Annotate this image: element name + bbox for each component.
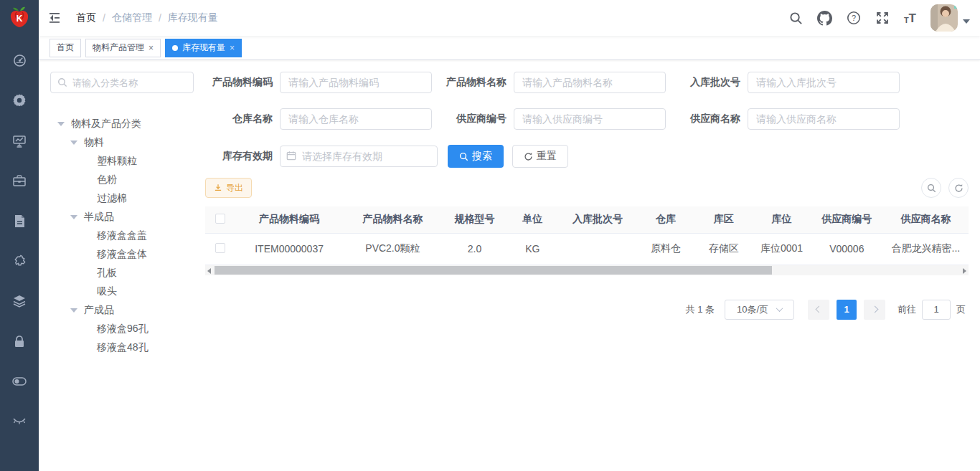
- breadcrumb-current: 库存现有量: [168, 11, 218, 24]
- search-icon: [57, 77, 67, 87]
- avatar[interactable]: [930, 4, 958, 32]
- chevron-left-icon: [815, 306, 822, 313]
- page-size-value: 10条/页: [737, 303, 768, 316]
- tree-node[interactable]: 吸头: [50, 282, 194, 301]
- breadcrumb-home[interactable]: 首页: [76, 11, 96, 24]
- scroll-right-icon[interactable]: [963, 268, 966, 274]
- cell-warehouse: 原料仓: [637, 233, 695, 265]
- app-logo[interactable]: K: [0, 0, 39, 36]
- tab-home[interactable]: 首页: [50, 39, 81, 57]
- next-page-button[interactable]: [864, 300, 885, 320]
- item-name-input[interactable]: [514, 72, 666, 93]
- field-label: 入库批次号: [673, 76, 748, 89]
- tab-label: 物料产品管理: [93, 42, 144, 54]
- category-search-box: [50, 72, 194, 93]
- warehouse-name-input[interactable]: [280, 108, 432, 130]
- github-icon[interactable]: [817, 11, 832, 26]
- tab-label: 首页: [57, 42, 74, 54]
- select-all-checkbox[interactable]: [215, 214, 225, 224]
- supplier-name-input[interactable]: [748, 108, 900, 130]
- field-label: 产品物料名称: [439, 76, 514, 89]
- fullscreen-icon[interactable]: [875, 11, 890, 25]
- supplier-code-input[interactable]: [514, 108, 666, 130]
- tags-view-bar: 首页 物料产品管理 × 库存现有量 ×: [39, 36, 980, 60]
- scrollbar-thumb[interactable]: [215, 266, 772, 275]
- caret-down-icon[interactable]: [57, 122, 65, 126]
- user-menu[interactable]: [930, 4, 970, 32]
- page-number-active[interactable]: 1: [837, 300, 857, 320]
- category-search-input[interactable]: [72, 77, 187, 88]
- breadcrumb-separator: /: [103, 12, 105, 24]
- goto-label: 前往: [897, 303, 916, 316]
- document-icon[interactable]: [12, 214, 27, 228]
- table-toolbar: 导出: [205, 178, 969, 198]
- refresh-table-button[interactable]: [948, 178, 969, 198]
- pagination: 共 1 条 10条/页 1 前往 页: [205, 300, 969, 320]
- expiry-date-input[interactable]: [280, 146, 438, 167]
- column-header: 仓库: [637, 206, 695, 233]
- column-header: 产品物料编码: [235, 206, 342, 233]
- reset-button[interactable]: 重置: [512, 145, 568, 168]
- tab-inventory-onhand[interactable]: 库存现有量 ×: [165, 39, 242, 57]
- cell-item-code: ITEM00000037: [235, 233, 342, 265]
- prev-page-button[interactable]: [808, 300, 829, 320]
- briefcase-icon[interactable]: [12, 173, 27, 188]
- tree-node[interactable]: 色粉: [50, 171, 194, 189]
- lock-icon[interactable]: [12, 334, 27, 348]
- layers-icon[interactable]: [12, 294, 27, 308]
- help-icon[interactable]: ?: [847, 11, 861, 25]
- column-header: 库区: [694, 206, 753, 233]
- font-size-icon[interactable]: TT: [904, 12, 916, 24]
- sidebar-collapse-icon[interactable]: [47, 10, 63, 26]
- item-code-input[interactable]: [280, 72, 432, 93]
- column-header: 供应商名称: [883, 206, 969, 233]
- tree-node[interactable]: 塑料颗粒: [50, 152, 194, 171]
- cell-zone: 存储区: [694, 233, 753, 265]
- search-icon[interactable]: [789, 11, 803, 25]
- close-icon[interactable]: ×: [149, 44, 154, 52]
- batch-no-input[interactable]: [748, 72, 900, 93]
- caret-down-icon[interactable]: [70, 215, 77, 219]
- search-button[interactable]: 搜索: [448, 145, 504, 168]
- eye-closed-icon[interactable]: [12, 414, 27, 429]
- plugin-puzzle-icon[interactable]: [12, 254, 27, 268]
- column-header: 入库批次号: [559, 206, 637, 233]
- page-size-select[interactable]: 10条/页: [725, 300, 794, 320]
- breadcrumb-separator: /: [159, 12, 161, 24]
- breadcrumb: 首页 / 仓储管理 / 库存现有量: [76, 11, 218, 24]
- category-tree: 物料及产品分类 物料 塑料颗粒 色粉 过滤棉 半成品 移液盒盒盖 移液盒盒体 孔…: [50, 115, 194, 357]
- page-unit-label: 页: [956, 303, 966, 316]
- goto-page-input[interactable]: [922, 300, 951, 320]
- export-button[interactable]: 导出: [205, 178, 252, 198]
- tab-material-product[interactable]: 物料产品管理 ×: [85, 39, 161, 57]
- tree-node[interactable]: 移液盒盒盖: [50, 227, 194, 245]
- tree-node[interactable]: 移液盒96孔: [50, 320, 194, 338]
- tree-node[interactable]: 物料及产品分类: [50, 115, 194, 133]
- dashboard-icon[interactable]: [12, 53, 27, 67]
- scroll-left-icon[interactable]: [207, 268, 211, 274]
- tree-node[interactable]: 产成品: [50, 301, 194, 320]
- filter-form: 产品物料编码 产品物料名称 入库批次号: [205, 72, 969, 168]
- row-checkbox[interactable]: [215, 243, 225, 253]
- close-icon[interactable]: ×: [230, 44, 235, 52]
- tree-node[interactable]: 半成品: [50, 208, 194, 227]
- horizontal-scrollbar[interactable]: [205, 265, 969, 275]
- presentation-chart-icon[interactable]: [12, 133, 27, 148]
- tree-node[interactable]: 孔板: [50, 264, 194, 282]
- table-row[interactable]: ITEM00000037 PVC2.0颗粒 2.0 KG 原料仓 存储区 库位0…: [205, 233, 969, 265]
- column-header: 单位: [507, 206, 559, 233]
- caret-down-icon[interactable]: [70, 141, 77, 145]
- top-navbar: 首页 / 仓储管理 / 库存现有量: [39, 0, 980, 36]
- toggle-search-button[interactable]: [921, 178, 941, 198]
- tree-node[interactable]: 移液盒48孔: [50, 338, 194, 357]
- cell-supplier-name: 合肥龙兴精密...: [883, 233, 969, 265]
- toggle-icon[interactable]: [12, 374, 27, 389]
- cell-spec: 2.0: [443, 233, 507, 265]
- tree-node[interactable]: 物料: [50, 133, 194, 152]
- tree-node[interactable]: 过滤棉: [50, 189, 194, 208]
- caret-down-icon[interactable]: [70, 308, 77, 313]
- settings-gear-icon[interactable]: [12, 93, 27, 108]
- breadcrumb-warehouse: 仓储管理: [112, 11, 152, 24]
- column-header: 供应商编号: [811, 206, 883, 233]
- tree-node[interactable]: 移液盒盒体: [50, 245, 194, 264]
